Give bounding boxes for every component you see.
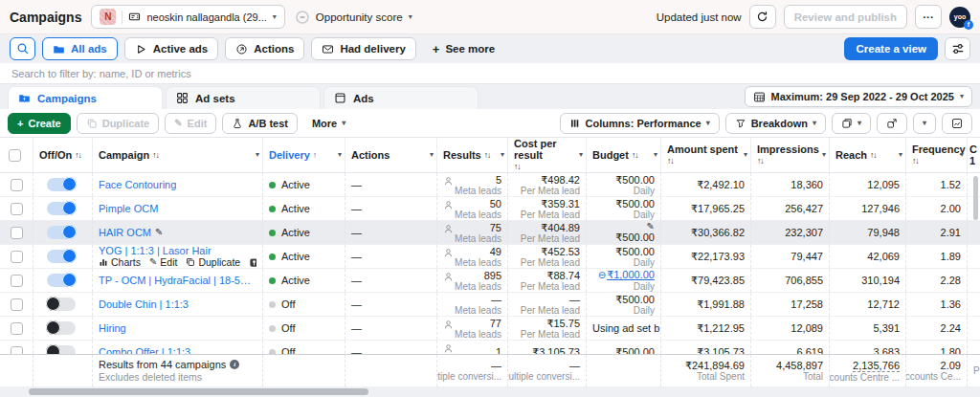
chevron-down-icon[interactable]: ▾ — [960, 151, 964, 159]
horizontal-scrollbar-thumb[interactable] — [29, 388, 368, 395]
tab-ads[interactable]: Ads — [323, 86, 479, 109]
campaign-link[interactable]: Hiring — [99, 322, 126, 334]
view-charts-button[interactable] — [942, 113, 972, 134]
create-campaign-button[interactable]: +Create — [8, 113, 71, 134]
profile-avatar[interactable]: yoof — [949, 7, 970, 28]
export-options-button[interactable]: ▾ — [913, 113, 936, 134]
campaign-link[interactable]: Pimple OCM — [99, 203, 158, 214]
info-icon[interactable]: i — [230, 360, 239, 369]
row-checkbox[interactable] — [11, 227, 23, 239]
budget-value[interactable]: ₹500.00 — [615, 346, 655, 354]
header-actions[interactable]: Actions ▾ — [345, 138, 436, 172]
chevron-down-icon[interactable]: ▾ — [654, 151, 657, 159]
filter-chip-had-delivery[interactable]: Had delivery — [311, 37, 415, 60]
edit-action[interactable]: ✎Edit — [149, 256, 177, 268]
more-options-button[interactable]: ··· — [915, 5, 942, 29]
breakdown-button[interactable]: Breakdown ▾ — [725, 113, 826, 134]
filter-chip-active-ads[interactable]: Active ads — [124, 37, 219, 60]
campaign-toggle[interactable] — [47, 178, 76, 191]
chevron-down-icon[interactable]: ▾ — [338, 151, 342, 159]
pin-action[interactable] — [249, 257, 256, 268]
row-checkbox[interactable] — [11, 179, 23, 191]
campaign-link[interactable]: YOG | 1:1:3 | Lasor Hair — [99, 245, 212, 256]
chevron-down-icon[interactable]: ▾ — [899, 151, 902, 159]
chevron-down-icon[interactable]: ▾ — [822, 151, 826, 159]
search-button[interactable] — [10, 37, 35, 60]
budget-value[interactable]: ₹500.00 — [615, 232, 655, 243]
tab-ad-sets[interactable]: Ad sets — [166, 86, 321, 109]
header-amount-spent[interactable]: Amount spent↑↓ ▾ — [660, 138, 750, 172]
view-charts-action[interactable]: Charts — [99, 256, 141, 268]
create-view-button[interactable]: Create a view — [844, 37, 938, 60]
row-checkbox[interactable] — [11, 298, 23, 311]
campaign-link[interactable]: Face Contouring — [99, 179, 176, 190]
header-off-on[interactable]: Off/On↑↓ — [33, 138, 92, 172]
duplicate-button[interactable]: Duplicate — [77, 113, 160, 134]
row-checkbox[interactable] — [11, 322, 23, 335]
campaign-toggle[interactable] — [47, 345, 76, 354]
campaign-link[interactable]: TP - OCM | HydraFacial | 18-50 | CBO — [99, 275, 256, 286]
vertical-scrollbar[interactable] — [973, 176, 978, 220]
header-impressions[interactable]: Impressions↑↓ ▾ — [750, 138, 829, 172]
table-row[interactable]: Double Chin | 1:1:3 ✎ ✎ Off — —Meta lead… — [0, 293, 980, 317]
header-reach[interactable]: Reach↑↓ ▾ — [829, 138, 905, 172]
edit-button[interactable]: ✎ Edit — [165, 113, 216, 134]
row-checkbox[interactable] — [11, 346, 23, 355]
budget-value[interactable]: ₹500.00 — [615, 174, 655, 186]
refresh-button[interactable] — [749, 5, 776, 29]
filter-chip-actions[interactable]: Actions — [225, 37, 304, 60]
table-row[interactable]: Pimple OCM ✎ ✎ Active — 50Meta leads ₹35… — [0, 197, 980, 221]
ab-test-button[interactable]: A/B test — [222, 113, 298, 134]
date-range-picker[interactable]: Maximum: 29 Sep 2022 - 29 Oct 2025 ▾ — [745, 86, 972, 107]
campaign-toggle[interactable] — [47, 202, 76, 215]
table-row[interactable]: YOG | 1:1:3 | Lasor Hair ✎ Charts ✎Edit … — [0, 245, 980, 269]
table-row[interactable]: HAIR OCM ✎ ✎ Active — 75Meta leads ₹404.… — [0, 221, 980, 245]
header-campaign[interactable]: Campaign↑↓ ▾ — [92, 138, 262, 172]
chevron-down-icon[interactable]: ▾ — [744, 151, 747, 159]
opportunity-score-dropdown[interactable]: Opportunity score ▾ — [295, 10, 412, 25]
header-frequency[interactable]: Frequency↑↓ ▾ — [905, 138, 967, 172]
edit-budget-pencil-icon[interactable]: ✎ — [592, 222, 655, 232]
chevron-down-icon[interactable]: ▾ — [501, 151, 504, 159]
campaign-toggle[interactable] — [47, 226, 76, 239]
table-row[interactable]: Hiring ✎ ✎ Off — 77Meta leads ₹15.75Per … — [0, 317, 980, 341]
select-all-checkbox[interactable] — [9, 149, 21, 162]
reports-button[interactable]: ▾ — [832, 113, 871, 134]
header-budget[interactable]: Budget↑↓ ▾ — [586, 138, 660, 172]
campaign-link[interactable]: Combo Offer | 1:1:3 — [99, 346, 190, 354]
campaign-link[interactable]: HAIR OCM — [99, 227, 151, 238]
table-row[interactable]: TP - OCM | HydraFacial | 18-50 | CBO ✎ ✎… — [0, 269, 980, 293]
chevron-down-icon[interactable]: ▾ — [256, 151, 259, 159]
budget-value[interactable]: ₹500.00 — [615, 198, 655, 210]
edit-name-pencil-icon[interactable]: ✎ — [155, 227, 163, 238]
table-row[interactable]: Face Contouring ✎ ✎ Active — 5Meta leads… — [0, 173, 980, 197]
search-input[interactable] — [11, 68, 969, 79]
tab-campaigns[interactable]: Campaigns — [8, 86, 163, 109]
header-results[interactable]: Results↑↓ ▾ — [436, 138, 507, 172]
view-settings-button[interactable] — [945, 37, 970, 60]
more-button[interactable]: More▾ — [303, 113, 354, 134]
row-checkbox[interactable] — [11, 203, 23, 215]
chevron-down-icon[interactable]: ▾ — [430, 151, 434, 159]
see-more-filters[interactable]: + See more — [423, 37, 504, 60]
budget-value[interactable]: ₹500.00 — [615, 294, 655, 305]
budget-value[interactable]: ₹500.00 — [615, 246, 655, 257]
filter-chip-all-ads[interactable]: All ads — [42, 37, 118, 60]
export-button[interactable] — [877, 113, 907, 134]
duplicate-action[interactable]: Duplicate — [186, 256, 240, 268]
chevron-down-icon[interactable]: ▾ — [579, 151, 583, 159]
campaign-toggle[interactable] — [47, 321, 76, 335]
campaign-toggle[interactable] — [47, 274, 76, 287]
account-selector[interactable]: N neoskin nallagandla (29... ▾ — [91, 5, 284, 29]
budget-value[interactable]: ₹1,000.00 — [607, 269, 655, 280]
header-delivery[interactable]: Delivery↑ ▾ — [262, 138, 345, 172]
campaign-link[interactable]: Double Chin | 1:1:3 — [99, 298, 189, 310]
horizontal-scrollbar-track[interactable] — [0, 386, 980, 397]
table-row[interactable]: Combo Offer | 1:1:3 ✎ ✎ Off — 1 ₹3,105.7… — [0, 341, 980, 354]
campaign-toggle[interactable] — [47, 250, 76, 263]
header-cost-per-result[interactable]: Cost per result↑↓ ▾ — [507, 138, 586, 172]
row-checkbox[interactable] — [11, 275, 23, 287]
columns-button[interactable]: Columns: Performance ▾ — [560, 113, 720, 134]
review-and-publish-button[interactable]: Review and publish — [784, 5, 907, 29]
budget-value[interactable]: Using ad set b... — [592, 322, 660, 334]
